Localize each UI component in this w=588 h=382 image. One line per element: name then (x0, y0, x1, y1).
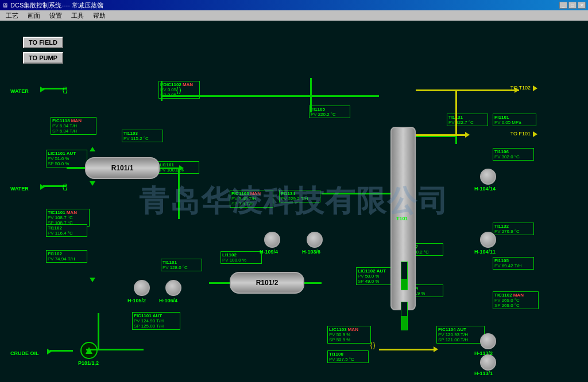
ti1131-box[interactable]: TI1131 PV 222.7 °C (447, 114, 488, 126)
fic1101-mode: AUT (153, 313, 162, 318)
minimize-button[interactable]: _ (559, 2, 567, 9)
ti1132-box[interactable]: TI1132 PV 276.9 °C (493, 223, 534, 235)
fic1118-box[interactable]: FIC1118 MAN PV 6.34 T/H SP 6.34 T/H (51, 117, 96, 135)
h105-2-circle (134, 280, 150, 296)
main-feed-pipe-v (98, 313, 99, 350)
fic1101-box[interactable]: FIC1101 AUT PV 124.90 T/H SP 125.00 T/H (132, 312, 180, 330)
tic1102-id: TIC1102 (494, 293, 512, 298)
p101-pump (80, 342, 98, 359)
title-bar: 🖥 DCS集散控制系统---- 常减压蒸馏 _ □ ✕ (0, 0, 588, 10)
h106-4-circle (165, 280, 181, 296)
menu-gongyi[interactable]: 工艺 (3, 11, 21, 20)
ti1102-box[interactable]: TI1102 PV 116.4 °C (46, 224, 87, 237)
pi1101-id: PI1101 (494, 115, 509, 120)
fic1104-box[interactable]: FIC1104 AUT PV 120.93 T/H SP 121.00 T/H (436, 326, 485, 344)
pi1101-pv-unit: MPa (512, 120, 521, 125)
t101-level-fill-top (401, 279, 407, 290)
lic1101-box[interactable]: LIC1101 AUT PV 51.6 % SP 50.0 % (46, 150, 87, 167)
ti1106-box[interactable]: TI1106 PV 302.0 °C (493, 148, 534, 161)
ti1106-pv-val: 302.0 (502, 154, 513, 159)
h104-14-circle (480, 169, 496, 185)
ti1132-pv-unit: °C (514, 229, 520, 234)
ti1102-id: TI1102 (48, 225, 62, 231)
reactor-r101-2: R101/2 (230, 272, 304, 294)
menu-bangzhu[interactable]: 帮助 (91, 11, 108, 20)
fic1103-box[interactable]: FIC1103 MAN PV 3.45 T/H SP 3.9 T/H (230, 190, 273, 208)
menu-huamian[interactable]: 画面 (25, 11, 42, 20)
lic1103-pv-unit: % (346, 332, 350, 337)
tic1102-pv-unit: °C (514, 298, 520, 303)
ti1105-id: TI1105 (311, 107, 325, 112)
t101-left-pipe (322, 193, 390, 194)
lic1101-sp-label: SP (48, 161, 54, 166)
r101-1-left-pipe (67, 167, 85, 169)
t101-level-fill-bot (401, 316, 407, 330)
ti1106-pv-label: PV (494, 154, 501, 159)
li1102-pv-label: PV (222, 258, 229, 263)
yellow-top-pipe (416, 89, 519, 91)
ti1108-pv-unit: °C (349, 357, 354, 362)
tic1102-sp-val: 269.0 (502, 303, 513, 308)
fi1134-box[interactable]: FI1134 PV 229.2 T/H (279, 190, 320, 202)
ti1132-id: TI1132 (494, 224, 509, 229)
lic1101-sp-val: 50.0 (55, 161, 64, 166)
fic1103-sp-val: 3.9 (239, 201, 245, 206)
ti1108-box[interactable]: TI1108 PV 327.5 °C (327, 350, 369, 363)
ti1103-pv-unit: °C (144, 136, 149, 141)
to-field-button[interactable]: TO FIELD (23, 37, 63, 48)
h104-11-circle (480, 232, 496, 248)
lic1102-pv-label: PV (358, 274, 364, 279)
close-button[interactable]: ✕ (578, 2, 586, 9)
to-pump-button[interactable]: TO PUMP (23, 52, 63, 64)
ti1103-box[interactable]: TI1103 PV 115.2 °C (122, 130, 163, 142)
fi1134-pv-unit: T/H (301, 196, 308, 201)
fic1118-id: FIC1118 (52, 118, 70, 123)
fi1105-pv-unit: T/H (514, 263, 522, 268)
bottom-yellow-pipe (379, 349, 436, 350)
water-label-2: WATER (10, 186, 29, 192)
r101-1-down-pipe (178, 167, 180, 219)
fic1101-id: FIC1101 (134, 313, 152, 318)
ti1101-box[interactable]: TI1101 PV 128.0 °C (161, 259, 202, 271)
fic1104-sp-val: 121.00 (446, 337, 459, 342)
to-t102-arrow (533, 85, 537, 91)
ti1105-pv-unit: °C (331, 112, 336, 117)
li1102-box[interactable]: LI1102 PV 100.0 % (220, 251, 262, 264)
down-arrow-2 (90, 278, 95, 282)
lic1102-id: LIC1102 (358, 268, 376, 274)
fic1103-mode: MAN (250, 191, 261, 196)
menu-bar: 工艺 画面 设置 工具 帮助 (0, 10, 588, 21)
fi1105-box[interactable]: FI1105 PV 69.42 T/H (493, 257, 534, 270)
fic1101-sp-label: SP (134, 323, 140, 329)
ti1132-pv-label: PV (494, 229, 501, 234)
tic1101-pv-val: 108.7 (55, 215, 67, 220)
fic1104-sp-unit: T/H (461, 337, 468, 342)
maximize-button[interactable]: □ (568, 2, 577, 9)
fic1104-pv-val: 120.93 (446, 332, 459, 337)
lic1101-pv-label: PV (48, 156, 54, 161)
tic1102-pv-val: 269.0 (502, 298, 513, 303)
main-feed-pipe-h (86, 349, 144, 350)
pi1101-box[interactable]: PI1101 PV 0.05 MPa (493, 114, 536, 126)
fi1134-id: FI1134 (281, 191, 295, 196)
lic1103-box[interactable]: LIC1103 MAN PV 50.9 % SP 50.9 % (327, 326, 371, 344)
fi1105-pv-val: 69.42 (502, 263, 513, 268)
fic1101-pv-unit: T/H (156, 318, 164, 323)
h103-6-circle (307, 232, 323, 248)
ti1105-box[interactable]: TI1105 PV 220.2 °C (309, 106, 350, 118)
menu-shezhi[interactable]: 设置 (47, 11, 64, 20)
tic1102-box[interactable]: TIC1102 MAN PV 269.0 °C SP 269.0 °C (493, 291, 539, 309)
ti1101-pv-val: 128.0 (170, 265, 181, 270)
fi1102-pv-unit: T/H (68, 256, 75, 262)
fi1105-pv-label: PV (494, 263, 501, 268)
lic1101-sp-unit: % (65, 161, 69, 166)
h104-11-label: H-104/11 (474, 249, 496, 255)
menu-gongju[interactable]: 工具 (69, 11, 86, 20)
fi1102-id: FI1102 (48, 251, 62, 256)
fi1102-box[interactable]: FI1102 PV 74.94 T/H (46, 250, 87, 263)
li1101-id: LI1101 (160, 162, 174, 167)
fic1103-sp-label: SP (231, 201, 238, 206)
ti1131-pv-val: 222.7 (456, 120, 467, 125)
tic1101-pv-unit: °C (68, 215, 73, 220)
li1102-pv-unit: % (242, 258, 246, 263)
